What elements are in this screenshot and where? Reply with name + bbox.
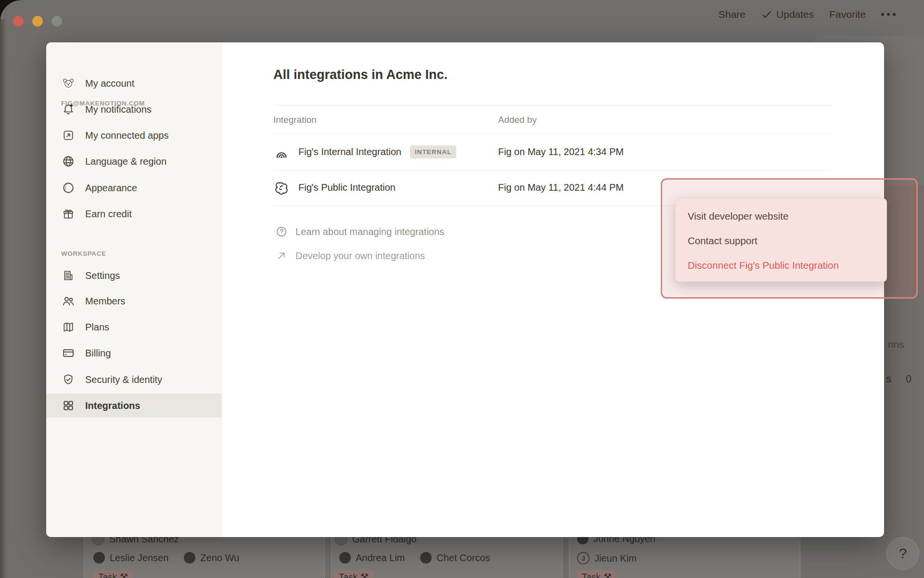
grid-icon xyxy=(61,398,76,413)
person-name: Leslie Jensen xyxy=(110,552,168,564)
bell-icon xyxy=(61,102,76,117)
person-name: Andrea Lim xyxy=(356,552,405,564)
credit-card-icon xyxy=(61,346,76,360)
sidebar-item-label: Integrations xyxy=(85,400,140,411)
sidebar-item-label: Billing xyxy=(85,348,111,359)
menu-item-contact-support[interactable]: Contact support xyxy=(676,228,886,253)
hammer-icon: ⚒ xyxy=(360,571,369,578)
person-name: Zeno Wu xyxy=(200,552,239,564)
table-row-internal-integration: Fig's Internal Integration INTERNAL Fig … xyxy=(273,134,865,170)
integration-name-cell: Fig's Public Integration xyxy=(273,171,396,205)
integration-name: Fig's Public Integration xyxy=(298,182,396,193)
shield-check-icon xyxy=(61,372,76,387)
person-name: Jieun Kim xyxy=(594,553,637,564)
avatar-andrea-lim xyxy=(339,552,351,564)
close-window-button[interactable] xyxy=(13,16,24,26)
koala-avatar xyxy=(61,76,76,91)
task-tag: Task ⚒ xyxy=(93,570,133,578)
favorite-button[interactable]: Favorite xyxy=(829,9,866,20)
settings-sidebar: FIG@MAKENOTION.COM My account xyxy=(46,42,222,537)
menu-item-disconnect-integration[interactable]: Disconnect Fig's Public Integration xyxy=(676,253,886,277)
sidebar-item-earn-credit[interactable]: Earn credit xyxy=(46,202,221,226)
map-icon xyxy=(61,320,76,334)
sidebar-item-label: Security & identity xyxy=(85,374,162,385)
integration-name-cell: Fig's Internal Integration INTERNAL xyxy=(273,134,456,170)
sidebar-item-label: Language & region xyxy=(85,156,167,167)
help-button[interactable]: ? xyxy=(886,537,919,570)
link-label: Learn about managing integrations xyxy=(295,226,444,237)
sidebar-item-members[interactable]: Members xyxy=(46,289,221,313)
learn-about-integrations-link[interactable]: Learn about managing integrations xyxy=(275,222,444,241)
task-tag: Task ⚒ xyxy=(577,570,616,578)
more-options-icon[interactable] xyxy=(881,13,896,16)
public-integration-logo-icon xyxy=(273,180,290,196)
tag-label: Task xyxy=(582,572,601,578)
sidebar-item-label: My account xyxy=(85,78,134,89)
share-button[interactable]: Share xyxy=(719,9,745,20)
workspace-heading: WORKSPACE xyxy=(61,250,106,257)
traffic-lights xyxy=(13,16,62,26)
develop-integrations-link[interactable]: Develop your own integrations xyxy=(275,246,425,265)
sidebar-item-security-identity[interactable]: Security & identity xyxy=(46,368,221,392)
share-label: Share xyxy=(719,9,745,20)
menu-item-visit-developer-website[interactable]: Visit developer website xyxy=(676,204,886,228)
sidebar-item-billing[interactable]: Billing xyxy=(46,341,221,365)
task-tag: Task ⚒ xyxy=(334,570,373,578)
sidebar-item-label: Settings xyxy=(85,270,120,281)
hammer-icon: ⚒ xyxy=(120,571,128,578)
moon-icon xyxy=(61,181,76,195)
sidebar-item-label: Members xyxy=(85,296,125,307)
check-icon xyxy=(761,9,772,20)
sidebar-item-label: My connected apps xyxy=(85,130,168,141)
updates-label: Updates xyxy=(776,9,814,20)
updates-button[interactable]: Updates xyxy=(761,9,814,20)
board-person-row: J Jieun Kim xyxy=(577,552,647,565)
background-text-fragment: nns xyxy=(888,339,904,350)
link-label: Develop your own integrations xyxy=(295,250,425,262)
board-person-row: Leslie Jensen Zeno Wu xyxy=(93,552,250,564)
tag-label: Task xyxy=(339,572,358,578)
sidebar-item-label: Appearance xyxy=(85,183,137,194)
page-title: All integrations in Acme Inc. xyxy=(273,67,448,82)
avatar-leslie-jensen xyxy=(93,552,105,564)
internal-badge: INTERNAL xyxy=(410,145,456,158)
sidebar-item-plans[interactable]: Plans xyxy=(46,315,221,339)
sidebar-item-label: My notifications xyxy=(85,104,152,115)
window-edge-shadow xyxy=(0,19,7,578)
topbar-actions: Share Updates Favorite xyxy=(719,9,896,20)
settings-modal: FIG@MAKENOTION.COM My account xyxy=(46,42,884,537)
column-header-integration: Integration xyxy=(273,115,317,125)
sidebar-item-integrations[interactable]: Integrations xyxy=(46,394,221,418)
avatar-zeno-wu xyxy=(184,552,195,564)
avatar-chet-corcos xyxy=(420,552,432,564)
board-person-row: Andrea Lim Chet Corcos xyxy=(339,552,500,564)
added-by-cell: Fig on May 11, 2021 4:34 PM xyxy=(498,134,624,170)
person-name: Chet Corcos xyxy=(436,552,490,564)
zoom-window-button[interactable] xyxy=(51,16,62,26)
sidebar-item-label: Earn credit xyxy=(85,209,132,220)
avatar-jieun-kim: J xyxy=(577,552,590,565)
fragment-count: 0 xyxy=(906,373,911,385)
sidebar-item-settings[interactable]: Settings xyxy=(46,263,221,288)
integration-name: Fig's Internal Integration xyxy=(298,146,401,158)
minimize-window-button[interactable] xyxy=(32,16,43,26)
question-circle-icon xyxy=(275,225,288,238)
divider xyxy=(273,105,832,105)
added-by-cell: Fig on May 11, 2021 4:44 PM xyxy=(498,171,624,205)
background-text-fragment: s 0 xyxy=(886,373,911,385)
arrow-up-right-box-icon xyxy=(61,128,76,143)
sidebar-item-my-connected-apps[interactable]: My connected apps xyxy=(46,123,221,147)
integration-context-menu: Visit developer website Contact support … xyxy=(675,198,887,282)
learn-link-row: Learn about managing integrations xyxy=(275,222,444,241)
sidebar-item-my-notifications[interactable]: My notifications xyxy=(46,97,221,121)
column-header-added-by: Added by xyxy=(498,115,537,125)
tag-label: Task xyxy=(98,572,117,578)
fragment-s: s xyxy=(886,373,891,385)
integrations-panel: All integrations in Acme Inc. Integratio… xyxy=(221,42,884,537)
sidebar-item-language-region[interactable]: Language & region xyxy=(46,149,221,173)
sidebar-item-appearance[interactable]: Appearance xyxy=(46,176,221,200)
favorite-label: Favorite xyxy=(829,9,866,20)
develop-link-row: Develop your own integrations xyxy=(275,246,425,265)
sidebar-item-my-account[interactable]: My account xyxy=(46,71,221,95)
notion-window: Share Updates Favorite nns s 0 Shawn San… xyxy=(0,0,924,578)
